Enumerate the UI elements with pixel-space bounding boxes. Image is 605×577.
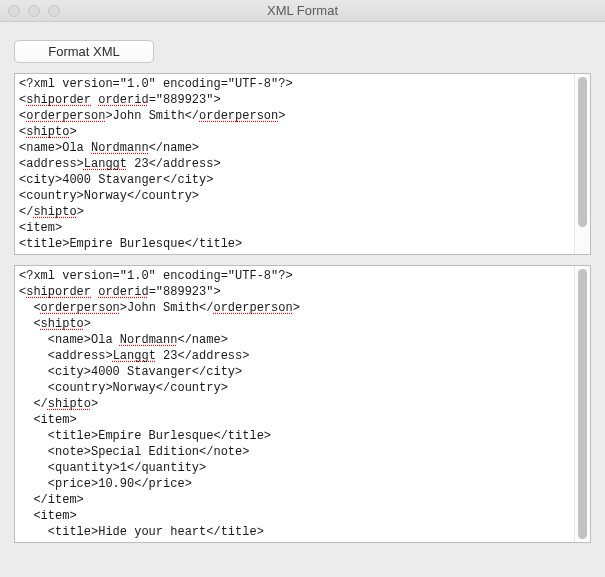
input-xml-text[interactable]: <?xml version="1.0" encoding="UTF-8"?> <… bbox=[15, 74, 574, 254]
output-xml-pane[interactable]: <?xml version="1.0" encoding="UTF-8"?> <… bbox=[14, 265, 591, 543]
input-xml-pane[interactable]: <?xml version="1.0" encoding="UTF-8"?> <… bbox=[14, 73, 591, 255]
output-xml-text[interactable]: <?xml version="1.0" encoding="UTF-8"?> <… bbox=[15, 266, 574, 542]
window-titlebar: XML Format bbox=[0, 0, 605, 22]
scrollbar-thumb[interactable] bbox=[578, 269, 587, 539]
format-xml-button[interactable]: Format XML bbox=[14, 40, 154, 63]
traffic-lights bbox=[8, 5, 60, 17]
close-icon[interactable] bbox=[8, 5, 20, 17]
window-title: XML Format bbox=[0, 3, 605, 18]
zoom-icon[interactable] bbox=[48, 5, 60, 17]
scrollbar-track[interactable] bbox=[574, 266, 590, 542]
toolbar: Format XML bbox=[0, 22, 605, 73]
scrollbar-track[interactable] bbox=[574, 74, 590, 254]
minimize-icon[interactable] bbox=[28, 5, 40, 17]
scrollbar-thumb[interactable] bbox=[578, 77, 587, 227]
